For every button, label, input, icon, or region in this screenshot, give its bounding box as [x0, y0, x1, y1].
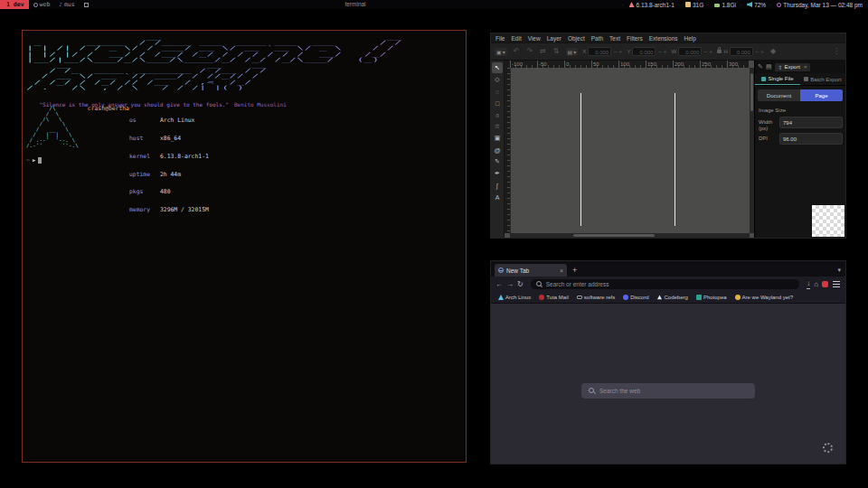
- menu-item[interactable]: Edit: [511, 35, 521, 42]
- forward-button[interactable]: →: [506, 280, 514, 289]
- web-search-box[interactable]: Search the web: [581, 383, 755, 399]
- box3d-tool-icon[interactable]: ▣: [492, 133, 503, 144]
- status-icon: [747, 2, 752, 7]
- increment-button[interactable]: +: [709, 49, 712, 55]
- canvas[interactable]: -100-50050100150200250300: [505, 61, 754, 238]
- status-text: 31G: [693, 2, 703, 8]
- vertical-ruler[interactable]: [505, 68, 511, 233]
- export-field-input[interactable]: 96.00: [779, 133, 843, 145]
- export-field-input[interactable]: 794: [779, 117, 843, 128]
- home-button[interactable]: ⌂: [814, 280, 818, 289]
- coord-label: W: [672, 49, 677, 54]
- ellipse-tool-icon[interactable]: ○: [492, 109, 503, 120]
- toolbar-options-icon[interactable]: ⋮: [831, 48, 842, 55]
- flip-vertical-icon[interactable]: ⇅: [552, 48, 561, 55]
- bookmark-favicon: [498, 295, 504, 300]
- increment-button[interactable]: +: [760, 49, 764, 55]
- menu-item[interactable]: Text: [609, 35, 620, 42]
- gear-icon[interactable]: [823, 443, 833, 453]
- scrollbar-thumb[interactable]: [573, 234, 655, 237]
- node-tool-icon[interactable]: ◇: [492, 74, 503, 85]
- workspace-list: 1 dev web mus: [0, 0, 95, 9]
- downloads-button[interactable]: ↓: [807, 279, 810, 289]
- ruler-tick-label: 150: [646, 61, 673, 68]
- decrement-button[interactable]: −: [755, 49, 759, 55]
- new-tab-page: Search the web: [491, 304, 845, 464]
- bookmark-item[interactable]: Codeberg: [657, 295, 688, 300]
- focused-window-title: terminal: [324, 0, 387, 9]
- rotate-ccw-icon[interactable]: ↶: [512, 48, 522, 55]
- bookmark-favicon: [657, 295, 663, 300]
- workspace-4[interactable]: [80, 0, 95, 9]
- menu-item[interactable]: Object: [568, 35, 585, 42]
- pencil-tool-icon[interactable]: ✎: [492, 156, 503, 167]
- menu-item[interactable]: Extensions: [649, 35, 678, 42]
- reload-button[interactable]: ↻: [517, 280, 524, 289]
- shape-builder-tool-icon[interactable]: ◌: [492, 86, 503, 97]
- rectangle-tool-icon[interactable]: □: [492, 98, 503, 108]
- text-tool-icon[interactable]: A: [492, 192, 503, 202]
- bookmark-label: software refs: [584, 295, 615, 300]
- menu-item[interactable]: View: [528, 35, 541, 42]
- menu-item[interactable]: Path: [591, 35, 603, 42]
- pen-tool-icon[interactable]: ✒: [492, 168, 503, 179]
- export-mode-tab[interactable]: Batch Export: [800, 73, 845, 85]
- new-tab-button[interactable]: +: [572, 264, 577, 277]
- coord-input[interactable]: 0.000: [588, 47, 611, 56]
- url-bar[interactable]: Search or enter address: [531, 279, 799, 289]
- menu-item[interactable]: File: [495, 35, 505, 42]
- lock-ratio-icon[interactable]: [717, 50, 722, 53]
- horizontal-scrollbar[interactable]: [510, 233, 750, 238]
- flip-horizontal-icon[interactable]: ⇄: [538, 48, 548, 55]
- rotate-cw-icon[interactable]: ↷: [524, 48, 534, 55]
- workspace-1-dev[interactable]: 1 dev: [0, 0, 29, 9]
- fetch-value: 3296M / 32015M: [160, 206, 209, 213]
- coord-input[interactable]: 0.000: [678, 47, 702, 56]
- bookmark-item[interactable]: Tuta Mail: [539, 295, 568, 300]
- menu-item[interactable]: Filters: [627, 35, 643, 42]
- spiral-tool-icon[interactable]: @: [492, 145, 503, 155]
- selector-tool-icon[interactable]: ↖: [492, 62, 503, 73]
- ruler-ticks: [507, 68, 510, 233]
- increment-button[interactable]: +: [618, 49, 622, 55]
- decrement-button[interactable]: −: [613, 49, 617, 55]
- export-scope-button[interactable]: Document: [758, 89, 800, 101]
- align-dropdown[interactable]: ▤▾: [566, 48, 579, 56]
- export-panel-tab[interactable]: ⇧ Export ×: [775, 63, 811, 71]
- extension-icon[interactable]: [822, 281, 828, 287]
- paint-order-icon[interactable]: ◆: [769, 48, 778, 55]
- workspace-3-mus[interactable]: mus: [54, 0, 79, 9]
- coord-input[interactable]: 0.000: [730, 47, 753, 56]
- workspace-2-web[interactable]: web: [29, 0, 55, 9]
- list-tabs-chevron-icon[interactable]: ▾: [837, 264, 841, 277]
- back-button[interactable]: ←: [495, 280, 503, 289]
- bookmark-item[interactable]: Photopea: [696, 295, 727, 300]
- export-scope-button[interactable]: Page: [800, 89, 843, 101]
- ruler-tick-label: 100: [618, 61, 646, 68]
- ruler-tick-label: 300: [727, 61, 749, 68]
- menu-hamburger-icon[interactable]: [833, 284, 840, 285]
- selection-mode-dropdown[interactable]: ▣▾: [495, 48, 507, 56]
- coord-input[interactable]: 0.000: [632, 47, 656, 56]
- menu-item[interactable]: Help: [684, 35, 696, 42]
- bookmark-item[interactable]: Arch Linux: [498, 295, 531, 300]
- browser-tab[interactable]: New Tab ×: [495, 264, 567, 277]
- close-icon[interactable]: ×: [804, 64, 807, 70]
- export-panel: ✎ ▤ ⇧ Export × Single File: [754, 61, 845, 238]
- scrollbar-thumb[interactable]: [750, 73, 753, 111]
- tab-close-icon[interactable]: ×: [560, 267, 563, 274]
- increment-button[interactable]: +: [664, 49, 667, 55]
- horizontal-ruler[interactable]: -100-50050100150200250300: [510, 61, 749, 68]
- objects-panel-icon[interactable]: ✎: [758, 63, 763, 70]
- bookmark-item[interactable]: software refs: [577, 295, 615, 300]
- menu-item[interactable]: Layer: [547, 35, 561, 42]
- bookmark-item[interactable]: Are we Wayland yet?: [735, 295, 793, 300]
- decrement-button[interactable]: −: [657, 49, 661, 55]
- shell-prompt[interactable]: ~ ▶: [26, 156, 42, 164]
- bookmark-item[interactable]: Discord: [623, 295, 648, 300]
- decrement-button[interactable]: −: [703, 49, 707, 55]
- star-tool-icon[interactable]: ☆: [492, 121, 503, 132]
- swatches-panel-icon[interactable]: ▤: [766, 63, 772, 70]
- calligraphy-tool-icon[interactable]: ∫: [492, 180, 503, 191]
- export-mode-tab[interactable]: Single File: [755, 73, 800, 85]
